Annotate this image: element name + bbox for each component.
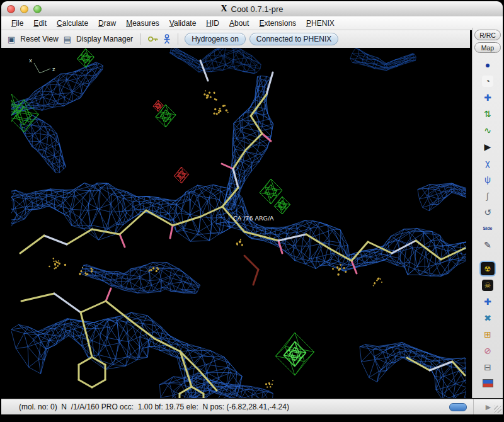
- clock-icon[interactable]: ◔: [481, 74, 495, 88]
- menu-item-validate[interactable]: Validate: [164, 17, 202, 30]
- display-manager-icon[interactable]: ▤: [64, 35, 71, 44]
- resize-grip[interactable]: ▶: [473, 399, 503, 414]
- pencil-icon[interactable]: ✎: [481, 238, 495, 251]
- skull-icon[interactable]: ☠: [481, 278, 495, 292]
- trash-icon[interactable]: ⊟: [481, 360, 495, 374]
- toolbar-separator: [140, 33, 141, 45]
- toolbar: ▣ Reset View ▤ Display Manager Hydrogens…: [1, 30, 470, 48]
- phenix-status-button[interactable]: Connected to PHENIX: [249, 33, 338, 45]
- window-title: Coot 0.7.1-pre: [231, 4, 284, 14]
- add-residue-icon[interactable]: ⊞: [481, 328, 495, 341]
- reset-view-button[interactable]: Reset View: [19, 33, 59, 45]
- residue-label: CA /76 ARG/A: [233, 215, 274, 222]
- reset-view-icon[interactable]: ▣: [8, 35, 15, 44]
- stickman-icon[interactable]: [163, 34, 171, 44]
- expander-play-icon[interactable]: ▶: [486, 403, 491, 411]
- coot-window: X Coot 0.7.1-pre FileEditCalculateDrawMe…: [0, 0, 504, 422]
- main-area: xzCA /76 ARG/A R/RC Map ●◔✚⇅∿▶χψ∫↺Side✎☢…: [1, 48, 503, 398]
- menu-item-measures[interactable]: Measures: [121, 17, 164, 30]
- minimize-button[interactable]: [20, 5, 28, 13]
- refresh-view-icon[interactable]: ↺: [481, 205, 495, 219]
- menu-item-edit[interactable]: Edit: [28, 17, 52, 30]
- status-text: (mol. no: 0) N /1/A/160 PRO occ: 1.00 bf…: [19, 402, 289, 411]
- menu-item-hid[interactable]: HID: [201, 17, 224, 30]
- hook-icon[interactable]: ∫: [481, 189, 495, 202]
- menu-item-phenix[interactable]: PHENIX: [301, 17, 340, 30]
- add-atom-icon[interactable]: ✚: [481, 295, 495, 308]
- window-controls: [7, 5, 42, 13]
- map-sphere-icon[interactable]: ●: [481, 58, 495, 71]
- menu-item-file[interactable]: File: [6, 17, 28, 30]
- titlebar[interactable]: X Coot 0.7.1-pre: [1, 1, 503, 17]
- status-scroll-thumb[interactable]: [449, 403, 467, 411]
- window-title-group: X Coot 0.7.1-pre: [220, 4, 283, 14]
- phi-psi-icon[interactable]: ψ: [481, 173, 495, 186]
- menu-item-draw[interactable]: Draw: [93, 17, 121, 30]
- rotate-axes-icon[interactable]: ⇅: [481, 107, 495, 120]
- side-chain-icon[interactable]: Side: [481, 222, 495, 235]
- key-icon[interactable]: [147, 35, 159, 43]
- zoom-button[interactable]: [33, 5, 42, 13]
- toolbar-separator: [178, 33, 178, 45]
- cross-bonds-icon[interactable]: ✖: [481, 311, 495, 324]
- x11-icon: X: [220, 4, 227, 14]
- axis-label-z: z: [52, 66, 55, 72]
- translate-icon[interactable]: ✚: [481, 91, 495, 104]
- chi-angles-icon[interactable]: χ: [481, 156, 495, 169]
- bottom-row: (mol. no: 0) N /1/A/160 PRO occ: 1.00 bf…: [1, 399, 503, 414]
- hydrogens-toggle-button[interactable]: Hydrogens on: [185, 33, 246, 45]
- density-canvas[interactable]: xzCA /76 ARG/A: [11, 48, 466, 398]
- play-icon[interactable]: ▶: [481, 140, 495, 153]
- map-button[interactable]: Map: [474, 42, 501, 53]
- side-toolbar: ●◔✚⇅∿▶χψ∫↺Side✎☢☠✚✖⊞⊘⊟: [481, 58, 495, 390]
- menu-item-extensions[interactable]: Extensions: [254, 17, 301, 30]
- close-button[interactable]: [7, 5, 15, 13]
- eraser-icon[interactable]: ⊘: [481, 344, 495, 357]
- palette-icon[interactable]: [481, 377, 495, 390]
- axis-label-x: x: [29, 57, 32, 64]
- menu-item-about[interactable]: About: [224, 17, 254, 30]
- right-toolbar: R/RC Map ●◔✚⇅∿▶χψ∫↺Side✎☢☠✚✖⊞⊘⊟: [472, 28, 503, 398]
- rrc-button[interactable]: R/RC: [474, 30, 501, 40]
- display-manager-button[interactable]: Display Manager: [75, 33, 134, 45]
- torsion-icon[interactable]: ∿: [481, 123, 495, 137]
- radiation-icon[interactable]: ☢: [481, 262, 495, 275]
- menu-item-calculate[interactable]: Calculate: [52, 17, 93, 30]
- menubar-items: FileEditCalculateDrawMeasuresValidateHID…: [1, 16, 503, 30]
- statusbar: (mol. no: 0) N /1/A/160 PRO occ: 1.00 bf…: [1, 394, 449, 420]
